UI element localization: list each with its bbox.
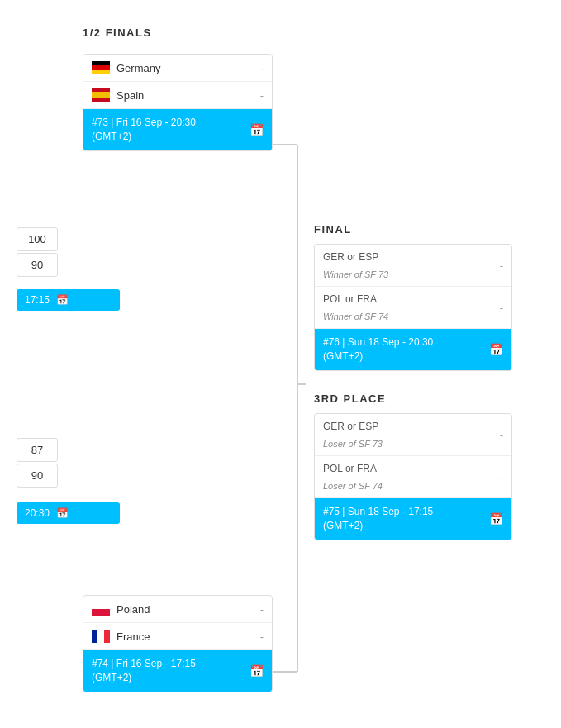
sf2-team1-score: - — [255, 603, 264, 616]
sf1-timezone: (GMT+2) — [92, 131, 131, 142]
third-footer[interactable]: #75 | Sun 18 Sep - 17:15 (GMT+2) 📅 — [315, 498, 511, 540]
sf2-footer-text: #74 | Fri 16 Sep - 17:15 (GMT+2) — [92, 657, 196, 685]
sf2-date: Fri 16 Sep - 17:15 — [116, 658, 196, 669]
sf2-footer[interactable]: #74 | Fri 16 Sep - 17:15 (GMT+2) 📅 — [83, 650, 272, 692]
third-team2-row: POL or FRA Loser of SF 74 - — [315, 456, 511, 498]
sf1-date: Fri 16 Sep - 20:30 — [116, 117, 196, 128]
spain-flag — [92, 88, 110, 102]
sf1-team1-name: Germany — [116, 62, 160, 74]
sf2-time: 20:30 — [25, 507, 50, 519]
sf2-team2-name: France — [116, 630, 150, 643]
france-flag — [92, 630, 110, 643]
third-team1-sub: Loser of SF 73 — [323, 439, 383, 449]
sf1-id: #73 — [92, 117, 108, 128]
calendar-icon-final[interactable]: 📅 — [489, 343, 503, 356]
sf1-time-bar[interactable]: 17:15 📅 — [17, 289, 120, 311]
calendar-icon-sf2[interactable]: 📅 — [250, 664, 264, 678]
sf1-footer[interactable]: #73 | Fri 16 Sep - 20:30 (GMT+2) 📅 — [83, 109, 272, 150]
final-date: Sun 18 Sep - 20:30 — [348, 336, 433, 348]
third-place-title: 3rd Place — [314, 393, 512, 405]
sf1-score-box-area: 100 90 — [17, 227, 58, 277]
calendar-icon-sf1-time[interactable]: 📅 — [56, 294, 69, 306]
sf2-team2-row: France - — [83, 623, 272, 650]
final-team2-name: POL or FRA — [323, 293, 377, 305]
sf2-score2: 90 — [31, 469, 43, 482]
final-team2-score: - — [495, 302, 503, 314]
third-team1-score: - — [495, 429, 503, 441]
sf2-id: #74 — [92, 658, 108, 669]
sf1-team2-score: - — [255, 89, 264, 102]
sf2-separator: | — [108, 658, 116, 669]
final-title: Final — [314, 223, 512, 236]
third-team1-name: GER or ESP — [323, 421, 378, 432]
sf1-match-card: Germany - Spain - #73 | Fri 16 Sep - 20:… — [83, 54, 273, 151]
final-team1-score: - — [495, 259, 503, 272]
sf1-separator: | — [108, 117, 116, 128]
final-team2-row: POL or FRA Winner of SF 74 - — [315, 287, 511, 329]
final-match-card: GER or ESP Winner of SF 73 - POL or FRA … — [314, 244, 512, 371]
third-timezone: (GMT+2) — [323, 520, 363, 531]
third-team2-sub: Loser of SF 74 — [323, 481, 383, 491]
sf1-time: 17:15 — [25, 294, 50, 306]
sf2-match-card: Poland - France - #74 | Fri 16 Sep - 17:… — [83, 595, 273, 692]
sf1-score1: 100 — [28, 233, 46, 245]
third-match-card: GER or ESP Loser of SF 73 - POL or FRA L… — [314, 413, 512, 540]
sf1-team1-row: Germany - — [83, 55, 272, 82]
sf2-team1-name: Poland — [116, 603, 150, 616]
poland-flag — [92, 602, 110, 616]
calendar-icon-third[interactable]: 📅 — [489, 512, 503, 526]
final-id: #76 — [323, 336, 340, 348]
sf1-score2: 90 — [31, 259, 43, 271]
third-id: #75 — [323, 506, 340, 517]
sf2-team1-row: Poland - — [83, 596, 272, 623]
final-team1-row: GER or ESP Winner of SF 73 - — [315, 245, 511, 287]
sf2-team2-score: - — [255, 630, 264, 643]
third-team2-name: POL or FRA — [323, 463, 377, 474]
third-date: Sun 18 Sep - 17:15 — [348, 506, 433, 517]
sf2-time-bar[interactable]: 20:30 📅 — [17, 502, 120, 524]
sf2-score-box-area: 87 90 — [17, 438, 58, 488]
sf1-footer-text: #73 | Fri 16 Sep - 20:30 (GMT+2) — [92, 116, 196, 144]
sf1-team2-row: Spain - — [83, 82, 272, 109]
third-footer-text: #75 | Sun 18 Sep - 17:15 (GMT+2) — [323, 505, 433, 533]
calendar-icon-sf2-time[interactable]: 📅 — [56, 507, 69, 519]
final-footer-text: #76 | Sun 18 Sep - 20:30 (GMT+2) — [323, 335, 433, 364]
final-team1-sub: Winner of SF 73 — [323, 269, 388, 279]
final-team1-name: GER or ESP — [323, 251, 378, 263]
sf1-team2-name: Spain — [116, 89, 144, 102]
sf1-team1-score: - — [255, 62, 264, 74]
sf2-timezone: (GMT+2) — [92, 672, 131, 683]
final-footer[interactable]: #76 | Sun 18 Sep - 20:30 (GMT+2) 📅 — [315, 329, 511, 370]
third-place-section: 3rd Place GER or ESP Loser of SF 73 - PO… — [314, 393, 512, 540]
final-timezone: (GMT+2) — [323, 350, 363, 362]
final-section: Final GER or ESP Winner of SF 73 - POL o… — [314, 223, 512, 371]
third-team1-row: GER or ESP Loser of SF 73 - — [315, 414, 511, 456]
third-team2-score: - — [495, 471, 503, 483]
germany-flag — [92, 61, 110, 74]
semifinals-title: 1/2 Finals — [83, 26, 152, 39]
final-team2-sub: Winner of SF 74 — [323, 312, 388, 321]
calendar-icon-sf1[interactable]: 📅 — [250, 123, 264, 136]
sf2-score1: 87 — [31, 444, 43, 456]
